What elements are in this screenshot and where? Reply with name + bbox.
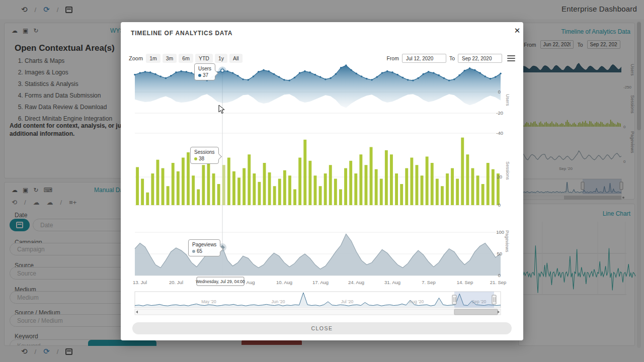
sessions-axis-title: Sessions — [505, 161, 510, 180]
tooltip-value: 37 — [203, 72, 208, 78]
x-label: 20. Jul — [169, 280, 183, 285]
zoom-1y-button[interactable]: 1y — [215, 54, 227, 63]
tooltip-series-name: Users — [198, 66, 211, 71]
x-axis-labels: 13. Jul 20. Jul 27. Jul 3. Aug 10. Aug 1… — [133, 280, 506, 285]
x-label: 24. Aug — [348, 280, 364, 285]
zoom-6m-button[interactable]: 6m — [179, 54, 193, 63]
chart-menu-icon[interactable] — [507, 55, 515, 61]
zoom-all-button[interactable]: All — [229, 54, 243, 63]
zoom-1m-button[interactable]: 1m — [146, 54, 160, 63]
users-series[interactable] — [134, 64, 502, 108]
x-label: 13. Jul — [133, 280, 147, 285]
tooltip-series-name: Sessions — [194, 149, 215, 155]
timeline-chart-area: Zoom 1m 3m 6m YTD 1y All From To — [127, 53, 517, 317]
timeline-stock-chart[interactable]: 0 -20 -40 20 0 100 50 0 Users Sessions P… — [127, 63, 517, 316]
close-icon[interactable]: ✕ — [512, 25, 523, 36]
range-to-input[interactable] — [458, 54, 502, 63]
navigator-series[interactable] — [135, 293, 501, 307]
navigator-handle-left[interactable] — [452, 295, 456, 304]
series-dot-icon — [194, 157, 197, 160]
sessions-tooltip: Sessions 38 — [190, 147, 219, 164]
zoom-ytd-button[interactable]: YTD — [195, 54, 213, 63]
timeline-modal: TIMELINE OF ANALYTICS DATA ✕ Zoom 1m 3m … — [121, 22, 523, 340]
nav-label: Jul '20 — [341, 299, 354, 304]
zoom-label: Zoom — [129, 55, 143, 61]
zoom-3m-button[interactable]: 3m — [163, 54, 177, 63]
close-button[interactable]: CLOSE — [132, 322, 512, 334]
navigator-handle-right[interactable] — [492, 295, 496, 304]
users-tooltip: Users 37 — [194, 63, 215, 80]
nav-label: Jun '20 — [271, 299, 285, 304]
series-dot-icon — [198, 74, 201, 77]
pageviews-tick: 50 — [497, 251, 502, 256]
to-label: To — [449, 55, 455, 61]
pageviews-tick: 100 — [496, 229, 504, 235]
pageviews-axis-title: Pageviews — [505, 230, 510, 252]
navigator-selection[interactable] — [454, 292, 494, 308]
sessions-tick: 20 — [497, 174, 502, 179]
x-label: 10. Aug — [276, 280, 292, 285]
users-tick: -20 — [496, 110, 503, 116]
nav-label: May '20 — [201, 299, 216, 304]
tooltip-value: 38 — [199, 156, 204, 161]
sessions-tick: 0 — [498, 202, 501, 208]
scrollbar-track[interactable] — [135, 309, 501, 315]
crosshair-date-label: Wednesday, Jul 29, 04:00 — [196, 279, 245, 284]
users-tick: -40 — [496, 130, 503, 136]
scrollbar-thumb[interactable] — [454, 309, 498, 315]
nav-label: Aug '20 — [410, 299, 424, 304]
x-label: 21. Sep — [490, 280, 507, 285]
pageviews-tooltip: Pageviews 65 — [188, 239, 220, 256]
x-label: 14. Sep — [457, 280, 473, 285]
users-tick: 0 — [498, 89, 501, 95]
x-label: 7. Sep — [422, 280, 435, 285]
modal-title: TIMELINE OF ANALYTICS DATA — [131, 30, 232, 37]
x-label: 31. Aug — [384, 280, 400, 285]
series-dot-icon — [192, 250, 195, 253]
range-from-input[interactable] — [402, 54, 446, 63]
pageviews-tick: 0 — [498, 273, 501, 278]
mouse-cursor — [218, 105, 225, 115]
from-label: From — [386, 55, 399, 61]
navigator-month-labels: May '20 Jun '20 Jul '20 Aug '20 Sep '20 — [201, 299, 486, 304]
x-label: 17. Aug — [312, 280, 329, 285]
tooltip-series-name: Pageviews — [192, 242, 216, 247]
tooltip-value: 65 — [197, 248, 202, 254]
users-axis-title: Users — [505, 94, 510, 106]
